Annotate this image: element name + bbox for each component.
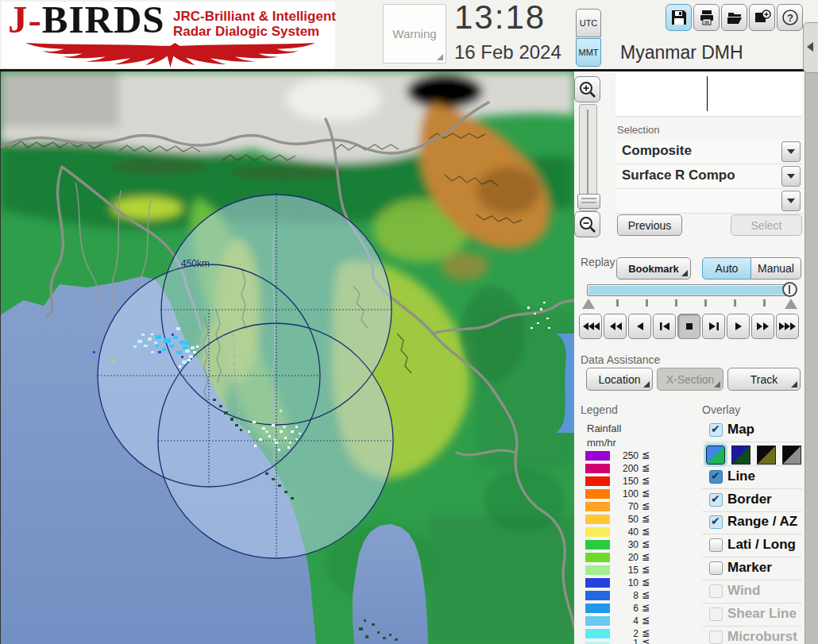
play-reverse-icon[interactable] <box>628 314 651 339</box>
app-title: J-BIRDS <box>8 0 165 42</box>
overlay-item-lati-long: Lati / Long <box>727 537 796 553</box>
legend-unit: Rainfallmm/hr <box>587 422 621 450</box>
overlay-item-microburst: Microburst <box>727 629 797 644</box>
open-folder-icon[interactable] <box>721 4 747 31</box>
map-style-blue-green[interactable] <box>706 445 725 465</box>
radar-map[interactable]: 450km <box>0 71 574 644</box>
wind-checkbox <box>709 584 723 598</box>
auto-mode-button[interactable]: Auto <box>702 257 751 280</box>
selection-section-label: Selection <box>617 124 659 136</box>
dropdown-product-option[interactable] <box>615 189 802 214</box>
shear-line-checkbox <box>709 607 723 621</box>
map-style-black-gray[interactable] <box>782 445 801 465</box>
slider-end-marker[interactable] <box>785 299 797 309</box>
step-forward-icon[interactable] <box>702 314 725 339</box>
clock-date: 16 Feb 2024 <box>454 41 561 64</box>
fast-rewind-icon[interactable] <box>579 314 602 339</box>
chevron-down-icon[interactable] <box>781 166 801 187</box>
zoom-slider-thumb[interactable] <box>577 194 600 209</box>
overlay-item-wind: Wind <box>727 583 760 599</box>
replay-section-label: Replay <box>581 256 615 268</box>
overlay-section-label: Overlay <box>702 403 740 416</box>
warning-button[interactable]: Warning <box>383 4 446 64</box>
location-button[interactable]: Location <box>586 368 653 391</box>
help-icon[interactable]: ? <box>777 4 803 31</box>
utc-toggle-button[interactable]: UTC <box>576 9 601 37</box>
app-logo: J-BIRDS JRC-Brilliant & Intelligent Rada… <box>2 2 335 67</box>
app-slogan: JRC-Brilliant & Intelligent Radar Dialog… <box>173 9 336 39</box>
eagle-logo-icon <box>17 41 323 67</box>
bookmark-button[interactable]: Bookmark <box>616 257 691 280</box>
map-style-navy-dkgreen[interactable] <box>731 445 750 465</box>
app-window: 450km <box>0 0 818 644</box>
overlay-item-border: Border <box>727 492 772 507</box>
terrain-map-image: 450km <box>0 71 574 644</box>
map-checkbox[interactable] <box>709 423 723 437</box>
microburst-checkbox <box>709 631 723 644</box>
overlay-item-line: Line <box>727 469 755 484</box>
svg-text:?: ? <box>787 12 793 24</box>
replay-slider-fill <box>588 286 785 295</box>
rewind-icon[interactable] <box>604 314 627 339</box>
overlay-item-range-az: Range / AZ <box>727 514 797 530</box>
range-ring-label: 450km <box>181 258 210 269</box>
marker-checkbox[interactable] <box>709 561 723 575</box>
save-icon[interactable] <box>666 4 692 31</box>
overlay-item-map: Map <box>727 422 754 438</box>
dropdown-product-type[interactable]: Composite <box>615 140 802 164</box>
overlay-item-marker: Marker <box>727 560 772 576</box>
line-checkbox[interactable] <box>709 470 723 484</box>
station-title: Myanmar DMH <box>620 42 743 64</box>
clock-time: 13:18 <box>454 0 546 37</box>
text-cursor <box>707 76 708 111</box>
zoom-out-icon[interactable] <box>574 211 600 237</box>
stop-icon[interactable] <box>677 314 700 339</box>
chevron-down-icon[interactable] <box>781 141 801 162</box>
fastest-forward-icon[interactable] <box>776 314 799 339</box>
zoom-in-icon[interactable] <box>574 76 600 102</box>
slider-start-marker[interactable] <box>582 299 595 309</box>
previous-button[interactable]: Previous <box>617 214 682 236</box>
replay-slider-track[interactable] <box>587 284 795 296</box>
chevron-down-icon[interactable] <box>781 191 801 211</box>
product-list-box[interactable] <box>615 73 802 117</box>
step-back-icon[interactable] <box>653 314 676 339</box>
manual-mode-button[interactable]: Manual <box>751 257 801 280</box>
replay-slider-thumb[interactable] <box>782 282 797 297</box>
add-image-icon[interactable] <box>749 4 775 31</box>
zoom-slider[interactable] <box>579 104 597 211</box>
legend-section-label: Legend <box>581 403 618 416</box>
data-assistance-label: Data Assistance <box>581 353 660 366</box>
play-icon[interactable] <box>727 314 750 339</box>
fast-forward-icon[interactable] <box>751 314 774 339</box>
map-style-black-olive[interactable] <box>757 445 776 465</box>
panel-splitter[interactable] <box>804 32 818 644</box>
select-button[interactable]: Select <box>731 214 802 236</box>
collapse-panel-arrow-icon[interactable] <box>803 22 818 73</box>
lati-long-checkbox[interactable] <box>709 538 723 552</box>
border-checkbox[interactable] <box>709 493 723 507</box>
range-az-checkbox[interactable] <box>709 515 723 529</box>
dropdown-product[interactable]: Surface R Compo <box>615 164 802 189</box>
track-button[interactable]: Track <box>727 368 801 391</box>
mmt-toggle-button[interactable]: MMT <box>576 38 601 67</box>
overlay-item-shear-line: Shear Line <box>727 606 797 622</box>
print-icon[interactable] <box>693 4 720 31</box>
x-section-button[interactable]: X-Section <box>657 368 723 391</box>
